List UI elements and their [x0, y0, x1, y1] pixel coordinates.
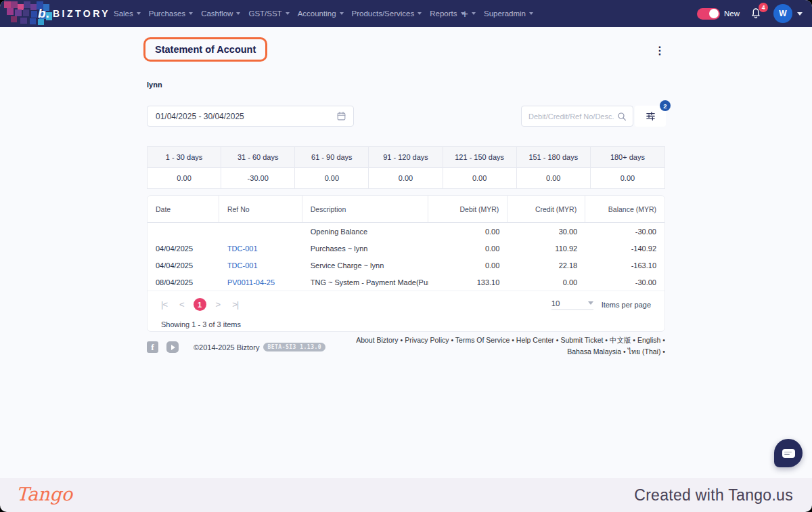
active-filters-badge: 2 [660, 100, 671, 111]
youtube-icon[interactable] [166, 341, 179, 353]
customer-name: lynn [147, 81, 162, 89]
chevron-down-icon [340, 12, 344, 15]
tango-logo[interactable]: Tango [16, 484, 72, 505]
nav-menu-item[interactable]: Cashflow [201, 9, 240, 18]
footer-link[interactable]: English [637, 336, 665, 344]
search-box [521, 106, 633, 127]
items-per-page-select[interactable]: 10 [551, 299, 593, 310]
column-header-description[interactable]: Description [302, 196, 429, 222]
cell-debit: 0.00 [428, 223, 508, 240]
notification-count-badge: 4 [759, 3, 768, 12]
aging-header-cell: 91 - 120 days [369, 147, 443, 167]
chevron-down-icon [472, 12, 476, 15]
aging-value-cell: -30.00 [221, 168, 295, 188]
chevron-down-icon [137, 12, 141, 15]
cell-credit: 30.00 [508, 223, 585, 240]
footer-link[interactable]: Bahasa Malaysia [567, 347, 627, 356]
more-options-button[interactable]: ⋮ [650, 43, 669, 58]
footer-link[interactable]: ไทย (Thai) [628, 347, 665, 356]
play-icon [171, 345, 175, 350]
search-icon[interactable] [616, 111, 627, 122]
items-per-page-label: Items per page [602, 301, 651, 309]
cell-debit: 133.10 [428, 274, 508, 291]
table-row: Opening Balance 0.00 30.00 -30.00 [148, 223, 664, 240]
aging-value-cell: 0.00 [369, 168, 443, 188]
aging-value-cell: 0.00 [295, 168, 369, 188]
column-header-balance[interactable]: Balance (MYR) [585, 196, 664, 222]
showing-items-text: Showing 1 - 3 of 3 items [161, 320, 241, 328]
biztory-logo-text: BIZTORY [53, 8, 110, 19]
nav-menu-item-superadmin[interactable]: Superadmin [484, 9, 533, 18]
column-header-ref-no[interactable]: Ref No [219, 196, 302, 222]
cell-description: Purchases ~ lynn [302, 240, 429, 257]
aging-header-cell: 31 - 60 days [221, 147, 295, 167]
cell-date [148, 223, 219, 240]
chevron-down-icon [588, 301, 593, 305]
user-menu[interactable]: W [773, 4, 803, 23]
chevron-down-icon [529, 12, 533, 15]
tango-credit-link[interactable]: Created with Tango.us [634, 486, 793, 505]
navbar-right: New 4 W [697, 0, 803, 27]
nav-menu-item[interactable]: GST/SST [248, 9, 289, 18]
aging-header-cell: 151 - 180 days [517, 147, 591, 167]
footer-link[interactable]: About Biztory [356, 336, 405, 344]
next-page-button[interactable]: > [213, 298, 223, 311]
nav-add-button[interactable]: + [461, 8, 476, 20]
nav-menu-item[interactable]: Accounting [298, 9, 344, 18]
cell-balance: -30.00 [585, 274, 664, 291]
nav-menu-item[interactable]: Sales [114, 9, 141, 18]
footer-link[interactable]: Help Center [516, 336, 561, 344]
nav-menu-item[interactable]: Purchases [149, 9, 193, 18]
cell-date: 08/04/2025 [148, 274, 219, 291]
items-per-page-group: 10 Items per page [551, 299, 651, 310]
footer-link[interactable]: Privacy Policy [405, 336, 455, 344]
cell-ref-no-link[interactable]: PV0011-04-25 [219, 274, 302, 291]
chevron-down-icon [418, 12, 422, 15]
column-header-date[interactable]: Date [148, 196, 219, 222]
aging-header-cell: 1 - 30 days [148, 147, 221, 167]
cell-debit: 0.00 [428, 257, 508, 274]
nav-menu-item[interactable]: Reports [430, 9, 464, 18]
aging-value-cell: 0.00 [591, 168, 664, 188]
cell-ref-no-link[interactable] [219, 223, 302, 240]
footer-links-row2: Bahasa Malaysiaไทย (Thai) [286, 346, 665, 358]
biztory-app-window: b. BIZTORY Sales Purchases Cashflow GST/… [0, 0, 812, 478]
column-header-credit[interactable]: Credit (MYR) [508, 196, 585, 222]
kebab-icon: ⋮ [654, 45, 665, 56]
date-range-input[interactable]: 01/04/2025 - 30/04/2025 [147, 106, 354, 127]
chat-launcher-button[interactable] [774, 439, 803, 467]
facebook-icon[interactable]: f [147, 341, 158, 353]
main-nav-menu: Sales Purchases Cashflow GST/SST Account… [114, 0, 465, 27]
chevron-down-icon [189, 12, 193, 15]
cell-ref-no-link[interactable]: TDC-001 [219, 257, 302, 274]
first-page-button[interactable]: |< [158, 298, 170, 311]
aging-summary-table: 1 - 30 days31 - 60 days61 - 90 days91 - … [147, 146, 665, 189]
cell-description: TNG ~ System - Payment Made(Purch... [302, 274, 429, 291]
new-version-toggle-group: New [697, 8, 740, 20]
biztory-logo[interactable]: b. BIZTORY [38, 0, 110, 27]
last-page-button[interactable]: >| [229, 298, 241, 311]
footer-link[interactable]: Terms Of Service [455, 336, 516, 344]
search-input[interactable] [528, 112, 616, 121]
new-version-toggle[interactable] [697, 8, 720, 20]
transactions-body: Opening Balance 0.00 30.00 -30.00 04/04/… [148, 223, 664, 291]
table-row: 04/04/2025 TDC-001 Purchases ~ lynn 0.00… [148, 240, 664, 257]
search-filter-group: 2 [521, 106, 666, 127]
aging-values-row: 0.00-30.000.000.000.000.000.00 [148, 168, 664, 188]
advanced-filter-button[interactable]: 2 [635, 106, 666, 127]
notifications-button[interactable]: 4 [749, 5, 764, 22]
footer-link[interactable]: Submit Ticket [560, 336, 610, 344]
nav-menu-item[interactable]: Products/Services [352, 9, 422, 18]
aging-value-cell: 0.00 [517, 168, 591, 188]
previous-page-button[interactable]: < [177, 298, 187, 311]
chevron-down-icon [797, 12, 803, 16]
avatar: W [773, 4, 792, 23]
column-header-debit[interactable]: Debit (MYR) [428, 196, 508, 222]
cell-balance: -30.00 [585, 223, 664, 240]
current-page-button[interactable]: 1 [194, 298, 206, 311]
footer-link[interactable]: 中文版 [610, 336, 637, 344]
aging-value-cell: 0.00 [148, 168, 221, 188]
cell-ref-no-link[interactable]: TDC-001 [219, 240, 302, 257]
aging-header-row: 1 - 30 days31 - 60 days61 - 90 days91 - … [148, 147, 664, 168]
calendar-icon [336, 111, 346, 121]
